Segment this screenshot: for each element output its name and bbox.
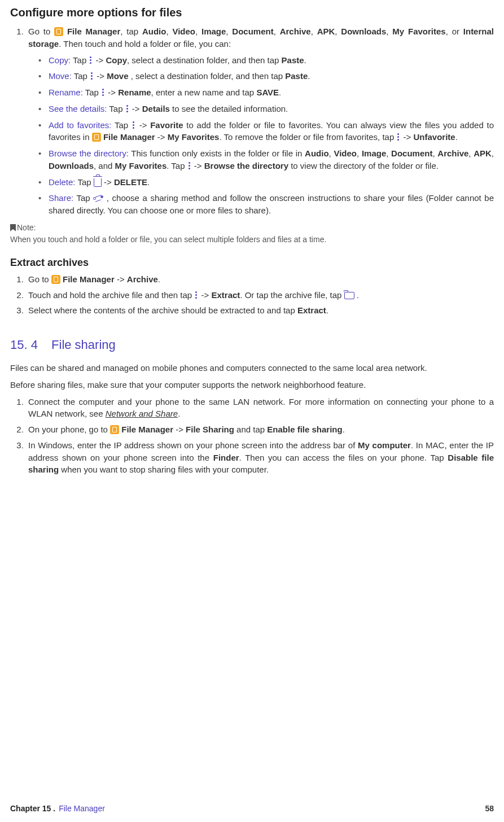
configure-steps: Go to File Manager, tap Audio, Video, Im…: [10, 24, 494, 221]
opt-move: Move: Tap -> Move , select a destination…: [46, 68, 494, 85]
opt-favorite: Add to favorites: Tap -> Favorite to add…: [46, 117, 494, 146]
link-network-share[interactable]: Network and Share: [106, 409, 178, 418]
folder-open-icon: [344, 292, 354, 299]
more-icon: [132, 121, 136, 129]
txt: Go to: [28, 27, 54, 36]
opt-browse: Browse the directory: This function only…: [46, 146, 494, 174]
step: Touch and hold the archive file and then…: [26, 288, 494, 304]
opt-share: Share: Tap , choose a sharing method and…: [46, 190, 494, 219]
note-block: Note: When you touch and hold a folder o…: [10, 221, 494, 245]
step: Select where the contents of the archive…: [26, 303, 494, 319]
step: Go to File Manager -> Archive.: [26, 272, 494, 288]
more-icon: [125, 105, 130, 113]
file-manager-icon: [51, 275, 60, 284]
more-icon: [89, 56, 93, 64]
file-manager-icon: [54, 27, 63, 36]
note-text: When you touch and hold a folder or file…: [10, 234, 494, 245]
step: In Windows, enter the IP address shown o…: [26, 438, 494, 478]
paragraph: Before sharing files, make sure that you…: [10, 379, 494, 391]
trash-icon: [94, 178, 102, 187]
section-heading: 15. 4 File sharing: [10, 336, 494, 354]
heading-extract: Extract archives: [10, 255, 494, 270]
section-title: File sharing: [51, 338, 116, 352]
options-list: Copy: Tap -> Copy, select a destination …: [28, 53, 494, 219]
opt-details: See the details: Tap -> Details to see t…: [46, 101, 494, 117]
opt-rename: Rename: Tap -> Rename, enter a new name …: [46, 85, 494, 101]
note-label: Note:: [17, 222, 36, 233]
step: Connect the computer and your phone to t…: [26, 395, 494, 423]
section-number: 15. 4: [10, 338, 38, 352]
more-icon: [101, 89, 106, 97]
file-manager-icon: [110, 425, 119, 434]
chapter-label: Chapter 15 .: [10, 804, 55, 813]
opt-copy: Copy: Tap -> Copy, select a destination …: [46, 53, 494, 69]
txt: Audio: [142, 27, 166, 36]
step-1: Go to File Manager, tap Audio, Video, Im…: [26, 24, 494, 221]
heading-configure: Configure more options for files: [10, 5, 494, 21]
paragraph: Files can be shared and managed on mobil…: [10, 362, 494, 374]
page-number: 58: [485, 803, 494, 814]
page-footer: Chapter 15 .File Manager 58: [10, 803, 494, 814]
note-icon: [10, 224, 16, 231]
step: On your phone, go to File Manager -> Fil…: [26, 422, 494, 438]
more-icon: [90, 72, 94, 80]
file-manager-icon: [92, 133, 101, 142]
more-icon: [396, 133, 401, 141]
opt-delete: Delete: Tap -> DELETE.: [46, 174, 494, 191]
sharing-steps: Connect the computer and your phone to t…: [10, 395, 494, 479]
more-icon: [187, 162, 192, 170]
extract-steps: Go to File Manager -> Archive. Touch and…: [10, 272, 494, 319]
txt: , tap: [120, 27, 142, 36]
chapter-name: File Manager: [59, 804, 105, 813]
more-icon: [194, 291, 199, 299]
share-icon: [93, 195, 103, 202]
txt: File Manager: [67, 27, 120, 36]
